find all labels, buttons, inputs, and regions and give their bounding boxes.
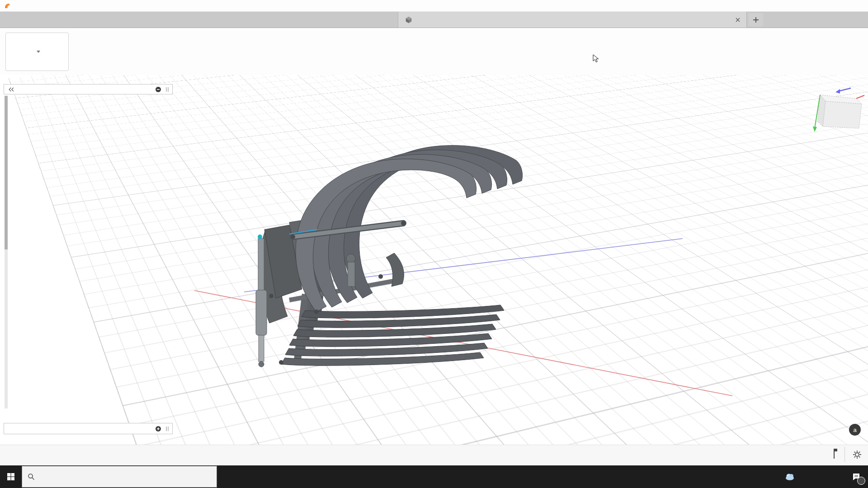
- taskbar-weather[interactable]: [778, 471, 810, 483]
- comments-bar[interactable]: [4, 423, 173, 434]
- ribbon: [0, 28, 868, 75]
- timeline: [0, 445, 868, 466]
- timeline-settings-gear-icon[interactable]: [852, 449, 863, 460]
- app-toolbar: [0, 12, 868, 28]
- browser-header: [4, 84, 173, 94]
- title-bar: [0, 0, 868, 12]
- search-icon: [28, 473, 35, 480]
- windows-taskbar: [0, 465, 868, 488]
- cloud-icon: [784, 471, 796, 483]
- view-cube[interactable]: [806, 85, 868, 140]
- windows-logo-icon: [7, 473, 15, 481]
- document-tab[interactable]: [398, 12, 747, 28]
- start-button[interactable]: [0, 465, 22, 488]
- search-input[interactable]: [39, 473, 204, 481]
- action-center-icon[interactable]: [847, 465, 868, 488]
- timeline-position-marker[interactable]: [831, 448, 837, 460]
- browser-minimize-icon[interactable]: [155, 86, 161, 93]
- browser-scrollbar-thumb[interactable]: [5, 96, 8, 249]
- timeline-divider: [844, 447, 845, 462]
- workspace-selector[interactable]: [5, 33, 69, 71]
- chevron-down-icon: [37, 51, 40, 53]
- notification-badge: [857, 477, 865, 485]
- document-tab-close-icon[interactable]: [735, 17, 741, 23]
- taskbar-tray: [778, 465, 868, 488]
- panel-grip-icon[interactable]: [164, 86, 170, 93]
- comments-add-icon[interactable]: [155, 426, 161, 432]
- cube-doc-icon: [405, 16, 413, 24]
- grapple-model[interactable]: [0, 75, 868, 465]
- plus-icon: [752, 16, 760, 23]
- viewport-canvas[interactable]: [0, 75, 868, 465]
- panel-grip-icon[interactable]: [164, 426, 170, 432]
- fusion-logo-icon: [4, 2, 11, 9]
- assistant-icon[interactable]: a: [849, 424, 861, 436]
- taskbar-search[interactable]: [22, 466, 217, 488]
- collapse-panel-icon[interactable]: [8, 86, 15, 93]
- new-tab-button[interactable]: [749, 13, 763, 26]
